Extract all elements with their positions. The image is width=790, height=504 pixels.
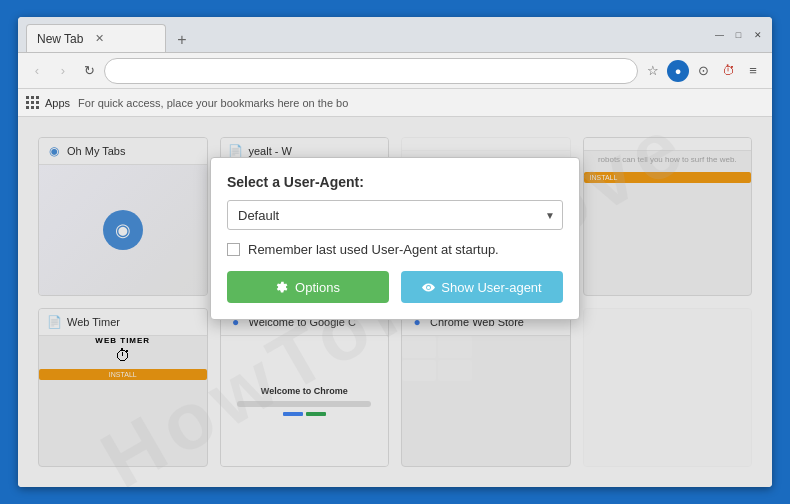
eye-icon (422, 281, 435, 294)
nav-icons: ☆ ● ⊙ ⏱ ≡ (642, 60, 764, 82)
extension-icon[interactable]: ● (667, 60, 689, 82)
new-tab-button[interactable]: + (170, 28, 194, 52)
browser-tab[interactable]: New Tab ✕ (26, 24, 166, 52)
tab-title: New Tab (37, 32, 83, 46)
checkbox-label: Remember last used User-Agent at startup… (248, 242, 499, 257)
apps-label: Apps (45, 97, 70, 109)
forward-button[interactable]: › (52, 60, 74, 82)
menu-icon[interactable]: ≡ (742, 60, 764, 82)
tab-area: New Tab ✕ + (26, 17, 713, 52)
close-button[interactable]: ✕ (751, 28, 764, 41)
content-area: ◉ Oh My Tabs ◉ 📄 yealt - W (18, 117, 772, 487)
modal-title: Select a User-Agent: (227, 174, 563, 190)
options-button[interactable]: Options (227, 271, 389, 303)
back-icon: ‹ (35, 63, 39, 78)
gear-icon (276, 281, 289, 294)
star-icon[interactable]: ☆ (642, 60, 664, 82)
remember-checkbox[interactable] (227, 243, 240, 256)
reload-button[interactable]: ↻ (78, 60, 100, 82)
apps-button[interactable]: Apps (26, 96, 70, 109)
security-icon[interactable]: ⊙ (692, 60, 714, 82)
modal-buttons: Options Show User-agent (227, 271, 563, 303)
modal-overlay: Select a User-Agent: Default Chrome Fire… (18, 117, 772, 487)
show-agent-label: Show User-agent (441, 280, 541, 295)
address-bar[interactable] (104, 58, 638, 84)
user-agent-modal: Select a User-Agent: Default Chrome Fire… (210, 157, 580, 320)
browser-window: New Tab ✕ + — □ ✕ ‹ › ↻ ☆ ● ⊙ ⏱ ≡ (18, 17, 772, 487)
window-controls: — □ ✕ (713, 28, 764, 41)
bookmarks-bar: Apps For quick access, place your bookma… (18, 89, 772, 117)
apps-grid-icon (26, 96, 39, 109)
forward-icon: › (61, 63, 65, 78)
title-bar: New Tab ✕ + — □ ✕ (18, 17, 772, 53)
maximize-button[interactable]: □ (732, 28, 745, 41)
select-container: Default Chrome Firefox Safari Internet E… (227, 200, 563, 230)
back-button[interactable]: ‹ (26, 60, 48, 82)
timer-icon[interactable]: ⏱ (717, 60, 739, 82)
reload-icon: ↻ (84, 63, 95, 78)
minimize-button[interactable]: — (713, 28, 726, 41)
tab-close-btn[interactable]: ✕ (95, 32, 104, 45)
show-agent-button[interactable]: Show User-agent (401, 271, 563, 303)
user-agent-select[interactable]: Default Chrome Firefox Safari Internet E… (227, 200, 563, 230)
nav-bar: ‹ › ↻ ☆ ● ⊙ ⏱ ≡ (18, 53, 772, 89)
checkbox-row: Remember last used User-Agent at startup… (227, 242, 563, 257)
options-label: Options (295, 280, 340, 295)
bookmarks-hint: For quick access, place your bookmarks h… (78, 97, 348, 109)
